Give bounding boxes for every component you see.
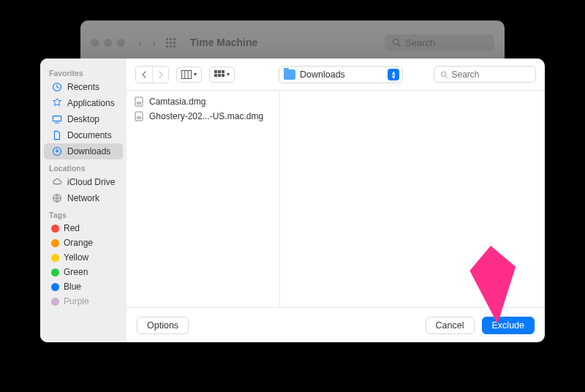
globe-icon [51, 192, 63, 204]
file-preview-column [280, 91, 545, 307]
svg-rect-14 [222, 74, 224, 77]
svg-line-16 [445, 75, 448, 78]
sidebar-item-desktop[interactable]: Desktop [44, 111, 123, 127]
toolbar: ▾ ▾ Downloads ▴▾ [127, 59, 545, 91]
bg-search-field: Search [385, 34, 494, 51]
sidebar-tag-yellow[interactable]: Yellow [44, 250, 123, 265]
file-chooser-sheet: Favorites Recents Applications Desktop [40, 59, 545, 342]
tag-dot-icon [51, 254, 59, 262]
svg-rect-6 [182, 70, 192, 78]
zoom-dot [117, 39, 125, 47]
sidebar-tag-green[interactable]: Green [44, 265, 123, 279]
columns-icon [181, 70, 192, 79]
exclude-button[interactable]: Exclude [482, 317, 535, 334]
svg-rect-20 [137, 116, 141, 119]
sidebar-item-applications[interactable]: Applications [44, 95, 123, 111]
sidebar-tag-purple[interactable]: Purple [44, 294, 123, 309]
tag-dot-icon [51, 283, 59, 291]
tag-dot-icon [51, 239, 59, 247]
bg-nav: ‹ › Time Machine [138, 37, 257, 49]
minimize-dot [104, 39, 112, 47]
svg-rect-11 [222, 70, 224, 73]
sidebar-item-icloud[interactable]: iCloud Drive [44, 174, 123, 190]
search-field[interactable] [434, 66, 536, 83]
sidebar-group-locations: Locations [40, 159, 127, 174]
sidebar-item-downloads[interactable]: Downloads [44, 143, 123, 159]
nav-back-button[interactable] [136, 67, 152, 83]
svg-line-1 [398, 44, 400, 46]
file-row[interactable]: Camtasia.dmg [127, 94, 279, 109]
bg-window-title: Time Machine [190, 37, 257, 48]
options-button[interactable]: Options [137, 317, 189, 334]
document-icon [51, 129, 63, 141]
sidebar-tag-blue[interactable]: Blue [44, 279, 123, 294]
svg-rect-18 [137, 102, 141, 105]
file-list-column[interactable]: Camtasia.dmg Ghostery-202...-US.mac.dmg [127, 91, 280, 307]
svg-point-0 [393, 39, 399, 45]
sidebar-group-tags: Tags [40, 206, 127, 221]
dmg-file-icon [134, 96, 144, 108]
downloads-icon [51, 146, 63, 157]
search-input[interactable] [451, 69, 529, 80]
svg-rect-13 [218, 74, 221, 77]
folder-icon [284, 69, 295, 80]
tag-dot-icon [51, 298, 59, 306]
applications-icon [51, 97, 63, 109]
tag-dot-icon [51, 268, 59, 276]
sidebar: Favorites Recents Applications Desktop [40, 59, 127, 342]
group-icon [214, 70, 224, 79]
nav-forward-button[interactable] [152, 67, 168, 83]
cancel-button[interactable]: Cancel [426, 317, 475, 334]
tag-dot-icon [51, 225, 59, 233]
sidebar-tag-red[interactable]: Red [44, 221, 123, 235]
close-dot [91, 39, 99, 47]
svg-rect-3 [53, 116, 61, 121]
location-name: Downloads [300, 69, 383, 80]
footer: Options Cancel Exclude [127, 307, 545, 342]
main-column: ▾ ▾ Downloads ▴▾ [127, 59, 545, 342]
svg-rect-10 [218, 70, 221, 73]
svg-rect-12 [214, 74, 217, 77]
grid-icon [166, 38, 176, 48]
svg-rect-9 [214, 70, 217, 73]
group-by-button[interactable]: ▾ [209, 67, 235, 83]
chevron-down-icon: ▾ [227, 71, 230, 78]
forward-chevron-icon: › [152, 37, 156, 49]
clock-icon [51, 81, 63, 93]
chevron-down-icon: ▾ [194, 71, 197, 78]
file-row[interactable]: Ghostery-202...-US.mac.dmg [127, 109, 279, 124]
desktop-icon [51, 113, 63, 125]
sidebar-item-recents[interactable]: Recents [44, 79, 123, 95]
search-icon [440, 70, 448, 79]
sidebar-item-network[interactable]: Network [44, 190, 123, 206]
window-traffic-lights [91, 39, 125, 47]
sidebar-tag-orange[interactable]: Orange [44, 235, 123, 250]
view-columns-button[interactable]: ▾ [176, 67, 202, 83]
file-browser-area: Camtasia.dmg Ghostery-202...-US.mac.dmg [127, 91, 545, 307]
background-window: ‹ › Time Machine Search [80, 20, 505, 64]
svg-point-15 [441, 72, 446, 77]
sidebar-group-favorites: Favorites [40, 64, 127, 79]
search-icon [392, 38, 401, 47]
back-chevron-icon: ‹ [138, 37, 142, 49]
updown-chevron-icon: ▴▾ [388, 69, 399, 80]
location-dropdown[interactable]: Downloads ▴▾ [279, 66, 403, 83]
dmg-file-icon [134, 110, 144, 122]
nav-back-forward [135, 66, 169, 83]
sidebar-item-documents[interactable]: Documents [44, 127, 123, 143]
cloud-icon [51, 176, 63, 188]
